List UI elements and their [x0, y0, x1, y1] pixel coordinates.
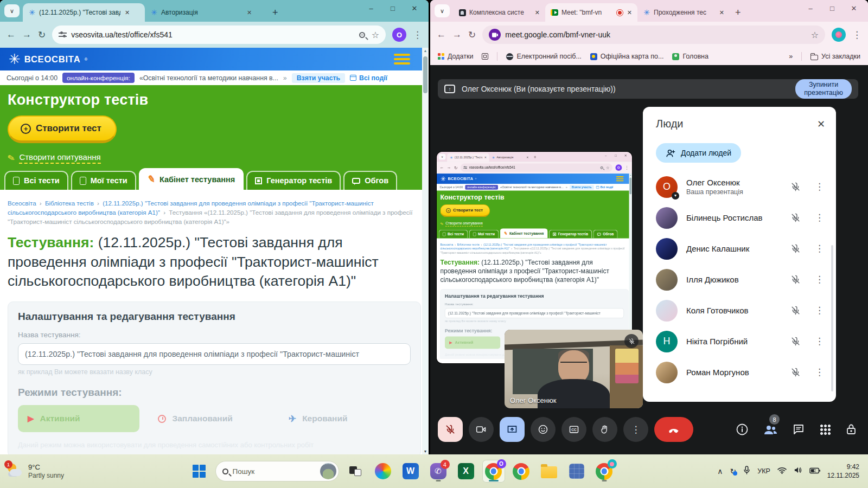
- participant-menu-icon[interactable]: ⋮: [815, 336, 824, 347]
- more-options-button[interactable]: ⋮: [623, 417, 648, 442]
- mic-muted-icon[interactable]: [790, 182, 801, 192]
- leave-call-button[interactable]: [654, 417, 693, 442]
- participant-menu-icon[interactable]: ⋮: [815, 274, 824, 285]
- forward-button[interactable]: →: [22, 29, 31, 40]
- wifi-icon[interactable]: [777, 466, 787, 476]
- tab-my-tests[interactable]: Мої тести: [71, 171, 136, 190]
- copilot-button[interactable]: [372, 460, 394, 483]
- tab-discussion[interactable]: Обгов: [343, 171, 397, 190]
- panel-scrollbar[interactable]: [831, 245, 833, 391]
- mic-muted-icon[interactable]: [790, 305, 801, 316]
- tab-search-button[interactable]: ∨: [435, 4, 450, 17]
- chrome-profile-o-button[interactable]: O: [482, 460, 505, 483]
- mic-muted-icon[interactable]: [790, 336, 801, 346]
- battery-icon[interactable]: [809, 466, 820, 476]
- bookmark-ebook[interactable]: Електронний посіб...: [506, 53, 581, 60]
- bookmark-apps[interactable]: Додатки: [438, 53, 473, 60]
- host-controls-button[interactable]: [845, 423, 857, 436]
- viber-button[interactable]: ✆ 4: [427, 460, 450, 483]
- task-view-button[interactable]: [344, 460, 367, 483]
- tab-complex-system[interactable]: Комплексна систе ✕: [453, 3, 545, 22]
- add-people-button[interactable]: Додати людей: [656, 143, 741, 163]
- new-tab-button[interactable]: +: [267, 7, 284, 22]
- bookmark-home[interactable]: Головна: [672, 53, 709, 60]
- start-button[interactable]: [188, 460, 210, 483]
- stop-presentation-button[interactable]: Зупинитипрезентацію: [795, 79, 852, 99]
- calculator-button[interactable]: [565, 460, 588, 483]
- browser-menu-icon[interactable]: ⋮: [413, 29, 422, 41]
- mic-muted-icon[interactable]: [790, 243, 801, 254]
- reactions-button[interactable]: [531, 417, 556, 442]
- activities-button[interactable]: [820, 424, 831, 435]
- all-events-link[interactable]: Всі події: [350, 74, 387, 82]
- mode-managed[interactable]: ✈ Керований: [279, 405, 400, 432]
- zoom-out-icon[interactable]: [359, 32, 365, 38]
- tab-test-passing[interactable]: ✳ Проходження тес ✕: [637, 3, 730, 22]
- recording-indicator-icon[interactable]: [617, 10, 623, 16]
- chrome-button[interactable]: [510, 460, 533, 483]
- captions-button[interactable]: CC: [561, 417, 586, 442]
- volume-icon[interactable]: [794, 466, 802, 476]
- reading-list-icon[interactable]: [482, 53, 488, 60]
- clock[interactable]: 9:42 12.11.2025: [827, 463, 859, 480]
- tab-test-generator[interactable]: Генератор тестів: [246, 171, 341, 190]
- close-button[interactable]: ✕: [404, 0, 425, 16]
- close-tab-icon[interactable]: ✕: [124, 8, 131, 17]
- address-bar[interactable]: vseosvita.ua/test/office/xfs541 ☆: [52, 25, 386, 44]
- vseosvita-logo[interactable]: ✳ ВСЕОСВІТА ®: [9, 52, 87, 66]
- sync-icon[interactable]: ↻: [730, 467, 737, 476]
- mic-muted-icon[interactable]: [790, 213, 801, 223]
- mode-scheduled[interactable]: Запланований: [148, 405, 270, 432]
- participant-menu-icon[interactable]: ⋮: [815, 181, 824, 192]
- meeting-details-button[interactable]: [736, 423, 749, 436]
- self-view-video[interactable]: Олег Оксенюк: [505, 330, 643, 408]
- bookmark-star-icon[interactable]: ☆: [811, 30, 819, 40]
- mic-muted-button[interactable]: [438, 417, 463, 442]
- scroll-up-icon[interactable]: ▲: [422, 49, 429, 53]
- bookmark-star-icon[interactable]: ☆: [372, 30, 379, 40]
- participant-menu-icon[interactable]: ⋮: [815, 367, 824, 378]
- event-title[interactable]: «Освітні технології та методики навчання…: [139, 74, 278, 82]
- tab-all-tests[interactable]: Всі тести: [4, 171, 68, 190]
- chat-button[interactable]: [792, 423, 805, 436]
- tab-meet[interactable]: Meet: "bmf-vn ✕: [545, 3, 637, 22]
- people-button[interactable]: 8: [763, 423, 777, 436]
- join-event-link[interactable]: Взяти участь: [292, 73, 345, 83]
- raise-hand-button[interactable]: [592, 417, 617, 442]
- browser-menu-icon[interactable]: ⋮: [852, 29, 861, 41]
- refresh-button[interactable]: ↻: [468, 29, 476, 41]
- profile-avatar[interactable]: [832, 28, 846, 42]
- close-button[interactable]: ✕: [843, 0, 865, 16]
- chrome-profile-2-button[interactable]: [593, 460, 616, 483]
- hamburger-menu-icon[interactable]: [394, 54, 410, 65]
- close-tab-icon[interactable]: ✕: [718, 8, 725, 17]
- participant-menu-icon[interactable]: ⋮: [815, 243, 824, 254]
- page-scrollbar[interactable]: ▲ ▼: [422, 48, 429, 454]
- taskbar-search[interactable]: Пошук: [215, 461, 339, 481]
- maximize-button[interactable]: □: [821, 0, 843, 16]
- camera-button[interactable]: [469, 417, 494, 442]
- language-indicator[interactable]: УКР: [757, 467, 770, 475]
- create-poll-link[interactable]: ✎ Створити опитування: [8, 152, 421, 164]
- forward-button[interactable]: →: [452, 29, 462, 40]
- maximize-button[interactable]: □: [382, 0, 404, 16]
- close-tab-icon[interactable]: ✕: [626, 8, 633, 17]
- tab-authorization[interactable]: ✳ Авторизація ✕: [145, 3, 267, 22]
- word-button[interactable]: W: [399, 460, 422, 483]
- weather-widget[interactable]: 1 9°C Partly sunny: [5, 463, 119, 479]
- refresh-button[interactable]: ↻: [38, 29, 46, 41]
- excel-button[interactable]: X: [455, 460, 477, 483]
- test-name-input[interactable]: (12.11.2025р.) "Тестові завдання для про…: [18, 343, 411, 365]
- close-panel-icon[interactable]: ✕: [817, 118, 825, 130]
- back-button[interactable]: ←: [7, 29, 16, 40]
- create-test-button[interactable]: + Створити тест: [8, 115, 117, 143]
- bookmark-map[interactable]: Офіційна карта по...: [590, 53, 664, 60]
- close-tab-icon[interactable]: ✕: [534, 8, 541, 17]
- tab-test[interactable]: ✳ (12.11.2025р.) "Тестові завдан ✕: [23, 3, 145, 22]
- all-bookmarks[interactable]: Усі закладки: [810, 53, 860, 60]
- file-explorer-button[interactable]: [538, 460, 560, 483]
- mode-active[interactable]: ▶ Активний: [18, 405, 139, 432]
- search-highlight-image[interactable]: [320, 463, 336, 479]
- mic-muted-icon[interactable]: [790, 274, 801, 285]
- tab-search-button[interactable]: ∨: [4, 4, 20, 17]
